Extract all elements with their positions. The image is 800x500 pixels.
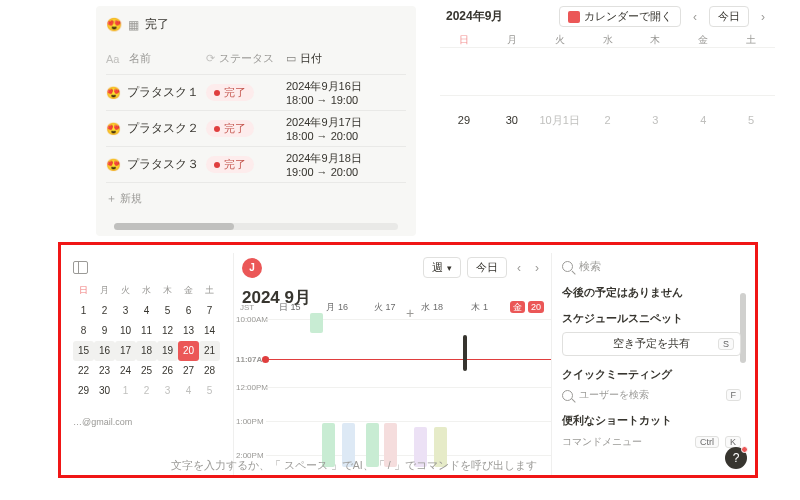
sidebar-toggle-icon[interactable] (73, 261, 88, 274)
user-avatar[interactable]: J (242, 258, 262, 278)
mini-day[interactable]: 5 (199, 381, 220, 401)
open-in-calendar-button[interactable]: カレンダーで開く (559, 6, 681, 27)
mini-day[interactable]: 22 (73, 361, 94, 381)
account-email[interactable]: …@gmail.com (73, 417, 225, 427)
database-title[interactable]: 😍 ▦ 完了 (106, 16, 406, 33)
task-name: プラタスク２ (127, 120, 199, 137)
mini-day[interactable]: 30 (94, 381, 115, 401)
kbd-hint: F (726, 389, 742, 401)
scrollbar-thumb[interactable] (114, 223, 234, 230)
mini-day[interactable]: 24 (115, 361, 136, 381)
calendar-cell[interactable]: 10月1日 (536, 95, 584, 143)
timeline-day-header: 日 15 月 16 火 17 水 18 木 1 金 20 (266, 301, 551, 314)
timezone-label: JST (240, 303, 254, 312)
mini-day-today[interactable]: 20 (178, 341, 199, 361)
mini-day[interactable]: 13 (178, 321, 199, 341)
calendar-app-panel: 日月火水木金土 1234567 891011121314 15161718192… (58, 242, 758, 478)
calendar-cell[interactable]: 29 (440, 95, 488, 143)
day-header-today[interactable]: 金 20 (504, 301, 552, 314)
shortcut-heading: 便利なショートカット (562, 414, 741, 428)
week-timeline: J 週▾ 今日 ‹ › 2024 9月 JST + 日 15 月 16 火 17… (234, 253, 552, 475)
mini-calendar: 日月火水木金土 1234567 891011121314 15161718192… (69, 253, 234, 475)
next-week-button[interactable]: › (531, 261, 543, 275)
today-button[interactable]: 今日 (467, 257, 507, 278)
mini-week: 1234567 (73, 301, 225, 321)
calendar-panel: 2024年9月 カレンダーで開く ‹ 今日 › 日 月 火 水 木 金 土 29… (440, 6, 775, 126)
today-button[interactable]: 今日 (709, 6, 749, 27)
calendar-empty-row (440, 47, 775, 95)
col-date[interactable]: 日付 (300, 52, 322, 64)
mini-day[interactable]: 10 (115, 321, 136, 341)
user-search-input[interactable]: ユーザーを検索F (562, 388, 741, 402)
day-header[interactable]: 水 18 (409, 301, 457, 314)
shortcut-subtext: コマンドメニュー (562, 436, 642, 449)
mini-day[interactable]: 1 (115, 381, 136, 401)
col-status[interactable]: ステータス (219, 52, 274, 64)
mini-day[interactable]: 23 (94, 361, 115, 381)
event-block[interactable] (310, 313, 323, 333)
mini-day[interactable]: 2 (136, 381, 157, 401)
table-row[interactable]: 😍プラタスク３ 完了 2024年9月18日19:00 → 20:00 (106, 147, 406, 183)
table-row[interactable]: 😍プラタスク１ 完了 2024年9月16日18:00 → 19:00 (106, 75, 406, 111)
mini-day[interactable]: 29 (73, 381, 94, 401)
mini-day[interactable]: 14 (199, 321, 220, 341)
mini-day[interactable]: 27 (178, 361, 199, 381)
mini-day[interactable]: 6 (178, 301, 199, 321)
mini-day[interactable]: 15 (73, 341, 94, 361)
mini-day[interactable]: 18 (136, 341, 157, 361)
mini-day[interactable]: 11 (136, 321, 157, 341)
share-availability-button[interactable]: 空き予定を共有S (562, 332, 741, 356)
calendar-cell[interactable]: 30 (488, 95, 536, 143)
mini-day[interactable]: 26 (157, 361, 178, 381)
table-header: Aa名前 ⟳ステータス ▭日付 (106, 43, 406, 75)
calendar-cell[interactable]: 2 (584, 95, 632, 143)
mini-day[interactable]: 7 (199, 301, 220, 321)
mini-day[interactable]: 8 (73, 321, 94, 341)
mini-day[interactable]: 2 (94, 301, 115, 321)
mini-day[interactable]: 25 (136, 361, 157, 381)
dow-sat: 土 (727, 33, 775, 47)
mini-day[interactable]: 5 (157, 301, 178, 321)
new-row-button[interactable]: ＋ 新規 (106, 183, 406, 214)
day-header[interactable]: 木 1 (456, 301, 504, 314)
heart-eyes-icon: 😍 (106, 158, 121, 172)
calendar-cell[interactable]: 5 (727, 95, 775, 143)
mini-day[interactable]: 3 (115, 301, 136, 321)
mini-day[interactable]: 28 (199, 361, 220, 381)
day-header[interactable]: 火 17 (361, 301, 409, 314)
status-dot-icon (214, 90, 220, 96)
table-row[interactable]: 😍プラタスク２ 完了 2024年9月17日18:00 → 20:00 (106, 111, 406, 147)
mini-day[interactable]: 4 (178, 381, 199, 401)
mini-day[interactable]: 1 (73, 301, 94, 321)
horizontal-scrollbar[interactable] (114, 223, 398, 230)
status-badge: 完了 (206, 120, 254, 137)
mini-day[interactable]: 19 (157, 341, 178, 361)
prev-month-button[interactable]: ‹ (689, 10, 701, 24)
search-icon (562, 261, 573, 272)
database-panel-done: 😍 ▦ 完了 Aa名前 ⟳ステータス ▭日付 😍プラタスク１ 完了 2024年9… (96, 6, 416, 236)
heart-eyes-icon: 😍 (106, 17, 122, 32)
mini-day[interactable]: 4 (136, 301, 157, 321)
col-name[interactable]: 名前 (129, 51, 151, 66)
editor-hint: 文字を入力するか、「 スペース 」でAI、「 / 」でコマンドを呼び出します (171, 459, 731, 473)
status-dot-icon (214, 162, 220, 168)
mini-day[interactable]: 9 (94, 321, 115, 341)
calendar-cell[interactable]: 4 (679, 95, 727, 143)
event-block[interactable] (463, 335, 467, 371)
mini-day[interactable]: 3 (157, 381, 178, 401)
mini-day[interactable]: 12 (157, 321, 178, 341)
search-input[interactable]: 検索 (562, 259, 741, 274)
dow-fri: 金 (679, 33, 727, 47)
calendar-cell[interactable]: 3 (631, 95, 679, 143)
right-sidebar: 検索 今後の予定はありません スケジュールスニペット 空き予定を共有S クイック… (552, 253, 747, 475)
prev-week-button[interactable]: ‹ (513, 261, 525, 275)
mini-day[interactable]: 17 (115, 341, 136, 361)
day-header[interactable]: 日 15 (266, 301, 314, 314)
task-date: 2024年9月18日 (286, 151, 406, 166)
mini-day[interactable]: 16 (94, 341, 115, 361)
next-month-button[interactable]: › (757, 10, 769, 24)
view-select-button[interactable]: 週▾ (423, 257, 461, 278)
task-time: 18:00 → 19:00 (286, 94, 406, 106)
dow-header: 日 月 火 水 木 金 土 (440, 33, 775, 47)
mini-day[interactable]: 21 (199, 341, 220, 361)
